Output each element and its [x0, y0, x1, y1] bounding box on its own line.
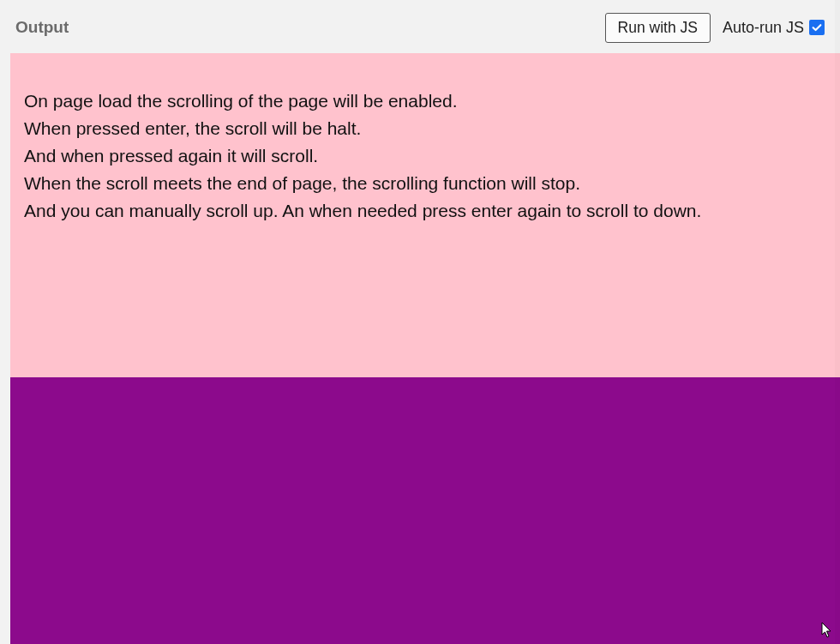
- instruction-line: When the scroll meets the end of page, t…: [24, 170, 826, 197]
- header-controls: Run with JS Auto-run JS: [605, 13, 825, 43]
- output-area: On page load the scrolling of the page w…: [10, 53, 840, 644]
- instruction-line: And when pressed again it will scroll.: [24, 142, 826, 170]
- instruction-line: And you can manually scroll up. An when …: [24, 197, 826, 225]
- auto-run-toggle[interactable]: Auto-run JS: [723, 19, 825, 37]
- run-with-js-button[interactable]: Run with JS: [605, 13, 711, 43]
- instruction-line: When pressed enter, the scroll will be h…: [24, 115, 826, 142]
- output-title: Output: [15, 18, 69, 37]
- section-pink: On page load the scrolling of the page w…: [10, 53, 840, 377]
- output-header: Output Run with JS Auto-run JS: [0, 0, 840, 53]
- instruction-line: On page load the scrolling of the page w…: [24, 87, 826, 115]
- section-purple: [10, 377, 840, 644]
- auto-run-checkbox[interactable]: [809, 20, 825, 35]
- scrollbar[interactable]: [835, 0, 840, 644]
- instruction-text: On page load the scrolling of the page w…: [24, 87, 826, 225]
- auto-run-label: Auto-run JS: [723, 19, 804, 37]
- check-icon: [811, 21, 823, 33]
